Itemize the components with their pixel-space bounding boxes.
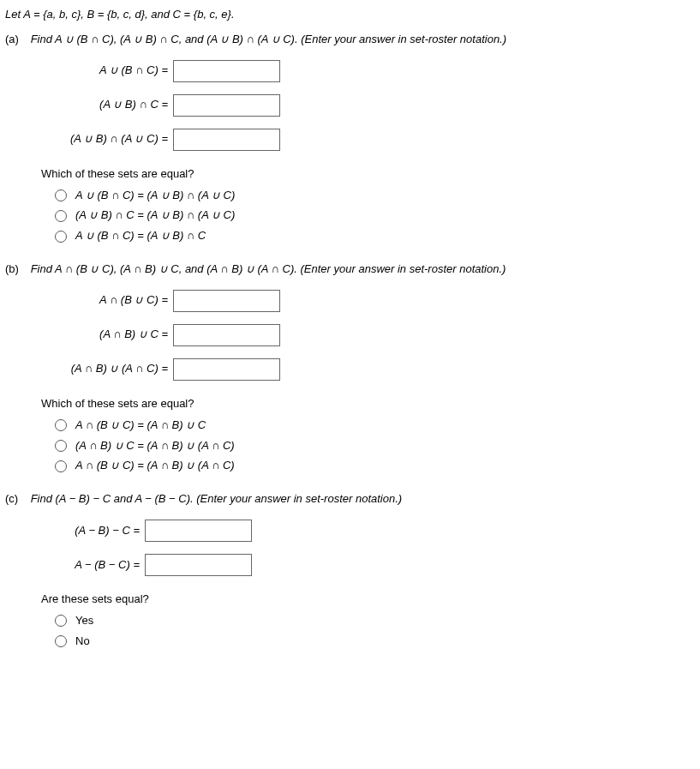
opt-b-3-text: A ∩ (B ∪ C) = (A ∩ B) ∪ (A ∩ C) <box>75 458 235 474</box>
opt-c-1-text: Yes <box>75 613 93 629</box>
part-a-label: (a) <box>5 32 27 48</box>
part-b-label: (b) <box>5 261 27 278</box>
eq-c-2-input[interactable] <box>145 554 252 576</box>
part-c-prompt: Find (A − B) − C and A − (B − C). (Enter… <box>31 492 403 505</box>
radio-icon <box>55 460 67 472</box>
eq-a-2-input[interactable] <box>173 94 280 117</box>
eq-b-2-input[interactable] <box>173 324 280 346</box>
opt-b-1-text: A ∩ (B ∪ C) = (A ∩ B) ∪ C <box>75 418 206 434</box>
eq-a-2-label: (A ∪ B) ∩ C = <box>41 97 173 113</box>
eq-a-3-input[interactable] <box>173 129 280 151</box>
opt-a-2[interactable]: (A ∪ B) ∩ C = (A ∪ B) ∩ (A ∪ C) <box>55 207 695 224</box>
eq-c-1-label: (A − B) − C = <box>41 523 145 539</box>
radio-icon <box>55 615 67 627</box>
opt-b-1[interactable]: A ∩ (B ∪ C) = (A ∩ B) ∪ C <box>55 418 695 434</box>
radio-icon <box>55 210 67 222</box>
opt-a-3-text: A ∪ (B ∩ C) = (A ∪ B) ∩ C <box>75 228 206 244</box>
opt-a-1[interactable]: A ∪ (B ∩ C) = (A ∪ B) ∩ (A ∪ C) <box>55 188 695 204</box>
eq-c-2-label: A − (B − C) = <box>41 557 145 574</box>
part-b-prompt: Find A ∩ (B ∪ C), (A ∩ B) ∪ C, and (A ∩ … <box>31 262 506 275</box>
opt-b-3[interactable]: A ∩ (B ∪ C) = (A ∩ B) ∪ (A ∩ C) <box>55 458 695 474</box>
eq-a-1-label: A ∪ (B ∩ C) = <box>41 63 173 79</box>
opt-a-3[interactable]: A ∪ (B ∩ C) = (A ∪ B) ∩ C <box>55 228 695 244</box>
opt-c-1[interactable]: Yes <box>55 613 695 629</box>
part-a-prompt: Find A ∪ (B ∩ C), (A ∪ B) ∩ C, and (A ∪ … <box>31 33 506 45</box>
radio-icon <box>55 189 67 201</box>
problem-statement: Let A = {a, b, c}, B = {b, c, d}, and C … <box>5 7 695 23</box>
opt-b-2[interactable]: (A ∩ B) ∪ C = (A ∩ B) ∪ (A ∩ C) <box>55 438 695 454</box>
opt-c-2-text: No <box>75 634 90 650</box>
eq-b-3-label: (A ∩ B) ∪ (A ∩ C) = <box>41 361 173 377</box>
radio-icon <box>55 419 67 431</box>
subq-c-title: Are these sets equal? <box>41 592 695 608</box>
eq-b-1-label: A ∩ (B ∪ C) = <box>41 292 173 309</box>
subq-a-title: Which of these sets are equal? <box>41 166 695 183</box>
eq-a-3-label: (A ∪ B) ∩ (A ∪ C) = <box>41 131 173 147</box>
radio-icon <box>55 440 67 452</box>
subq-b-title: Which of these sets are equal? <box>41 396 695 412</box>
opt-a-1-text: A ∪ (B ∩ C) = (A ∪ B) ∩ (A ∪ C) <box>75 188 235 204</box>
part-c-label: (c) <box>5 491 27 508</box>
eq-b-3-input[interactable] <box>173 358 280 381</box>
eq-b-1-input[interactable] <box>173 290 280 312</box>
radio-icon <box>55 635 67 647</box>
opt-a-2-text: (A ∪ B) ∩ C = (A ∪ B) ∩ (A ∪ C) <box>75 207 235 224</box>
opt-b-2-text: (A ∩ B) ∪ C = (A ∩ B) ∪ (A ∩ C) <box>75 438 235 454</box>
radio-icon <box>55 231 67 243</box>
opt-c-2[interactable]: No <box>55 634 695 650</box>
eq-c-1-input[interactable] <box>145 520 252 542</box>
eq-b-2-label: (A ∩ B) ∪ C = <box>41 327 173 343</box>
eq-a-1-input[interactable] <box>173 60 280 82</box>
